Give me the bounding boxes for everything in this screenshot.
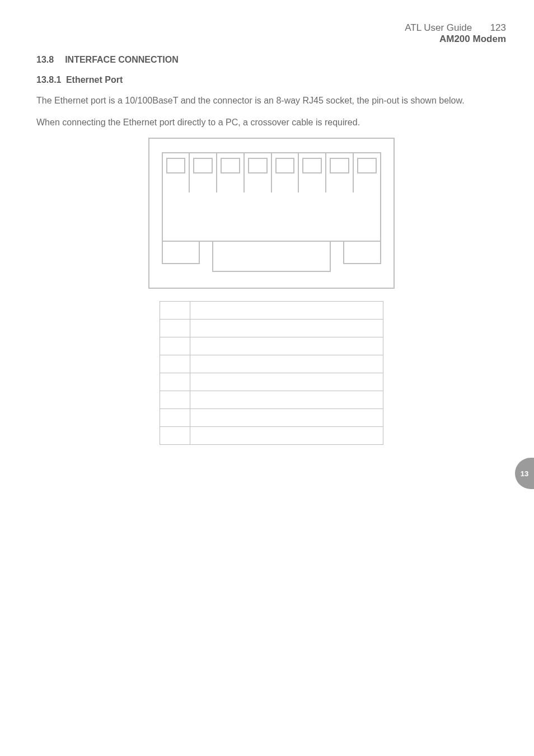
rj45-pin-contact (166, 158, 186, 173)
rj45-body (162, 192, 381, 242)
rj45-pin (245, 152, 272, 192)
table-row (160, 391, 383, 409)
subsection-heading: 13.8.1 Ethernet Port (36, 75, 506, 85)
table-row (160, 409, 383, 427)
subsection-number: 13.8.1 (36, 75, 61, 84)
pinout-table (160, 301, 383, 445)
rj45-figure (36, 138, 506, 289)
rj45-pin (326, 152, 354, 192)
table-row (160, 302, 383, 320)
section-number: 13.8 (36, 55, 54, 65)
pinout-pin-cell (160, 320, 190, 337)
pinout-desc-cell (190, 373, 383, 391)
rj45-latch (212, 242, 331, 272)
rj45-shoulder-right (343, 242, 381, 264)
rj45-pin (272, 152, 299, 192)
table-row (160, 320, 383, 337)
table-row (160, 427, 383, 445)
section-heading: 13.8 INTERFACE CONNECTION (36, 55, 506, 65)
page-header: ATL User Guide 123 AM200 Modem (36, 22, 506, 45)
table-row (160, 355, 383, 373)
pinout-pin-cell (160, 355, 190, 373)
doc-title: ATL User Guide (405, 22, 472, 33)
table-row (160, 373, 383, 391)
page-number: 123 (490, 22, 506, 33)
table-row (160, 337, 383, 355)
rj45-pin-contact (275, 158, 295, 173)
rj45-pins-row (162, 152, 381, 192)
rj45-latch-row (162, 242, 381, 272)
pinout-pin-cell (160, 337, 190, 355)
rj45-pin-contact (193, 158, 213, 173)
pinout-pin-cell (160, 391, 190, 409)
pinout-pin-cell (160, 409, 190, 427)
pinout-desc-cell (190, 337, 383, 355)
rj45-pin-contact (248, 158, 268, 173)
rj45-step (200, 242, 212, 272)
header-right-block: ATL User Guide 123 AM200 Modem (405, 22, 506, 45)
chapter-tab-number: 13 (521, 469, 528, 478)
rj45-pin-contact (330, 158, 349, 173)
paragraph-2: When connecting the Ethernet port direct… (36, 116, 506, 129)
rj45-step (331, 242, 343, 272)
pinout-desc-cell (190, 320, 383, 337)
rj45-pin (217, 152, 245, 192)
rj45-pin (354, 152, 381, 192)
rj45-pin-contact (302, 158, 322, 173)
paragraph-1: The Ethernet port is a 10/100BaseT and t… (36, 94, 506, 107)
rj45-pin (190, 152, 217, 192)
section-title: INTERFACE CONNECTION (65, 55, 179, 65)
rj45-connector-diagram (148, 138, 395, 289)
rj45-pin (162, 152, 190, 192)
pinout-table-wrap (36, 301, 506, 445)
pinout-pin-cell (160, 373, 190, 391)
rj45-shoulder-left (162, 242, 200, 264)
pinout-desc-cell (190, 355, 383, 373)
rj45-pin (299, 152, 326, 192)
pinout-desc-cell (190, 391, 383, 409)
rj45-pin-contact (357, 158, 377, 173)
page-root: ATL User Guide 123 AM200 Modem 13.8 INTE… (0, 0, 534, 756)
subsection-title: Ethernet Port (66, 75, 123, 84)
rj45-pin-contact (221, 158, 240, 173)
pinout-desc-cell (190, 427, 383, 445)
pinout-pin-cell (160, 302, 190, 320)
pinout-pin-cell (160, 427, 190, 445)
product-name: AM200 Modem (405, 34, 506, 45)
chapter-tab: 13 (515, 458, 534, 489)
pinout-desc-cell (190, 302, 383, 320)
pinout-desc-cell (190, 409, 383, 427)
